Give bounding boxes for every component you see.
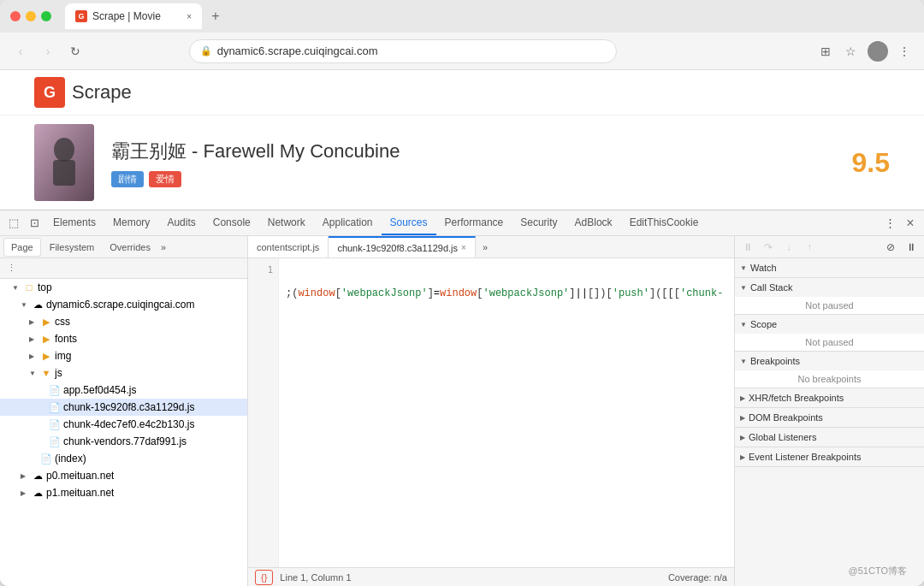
user-avatar[interactable] [868, 41, 888, 62]
tab-memory[interactable]: Memory [104, 210, 158, 235]
tree-label-js: js [55, 367, 62, 379]
xhr-arrow-icon: ▶ [740, 394, 745, 402]
tab-application[interactable]: Application [314, 210, 382, 235]
breakpoints-arrow-icon: ▼ [740, 358, 747, 365]
address-input[interactable]: 🔒 dynamic6.scrape.cuiqingcai.com [189, 39, 617, 63]
close-window-button[interactable] [10, 11, 21, 21]
tab-security[interactable]: Security [512, 210, 566, 235]
watch-label: Watch [750, 263, 777, 273]
event-listener-breakpoints-section: ▶ Event Listener Breakpoints [735, 447, 924, 467]
deactivate-breakpoints-button[interactable]: ⊘ [881, 238, 900, 257]
file-icon-index: 📄 [40, 453, 52, 465]
tree-item-p1[interactable]: ▶ ☁ p1.meituan.net [0, 484, 247, 501]
back-button[interactable]: ‹ [10, 41, 31, 62]
tab-editthiscookie[interactable]: EditThisCookie [621, 210, 708, 235]
scope-section: ▼ Scope Not paused [735, 315, 924, 352]
xhr-breakpoints-label: XHR/fetch Breakpoints [749, 393, 844, 403]
step-out-button[interactable]: ↑ [800, 238, 819, 257]
event-listener-header[interactable]: ▶ Event Listener Breakpoints [735, 447, 924, 466]
tree-action-menu[interactable]: ⋮ [3, 261, 19, 276]
devtools-more-icon[interactable]: ⋮ [880, 213, 900, 234]
debugger-sections: ▼ Watch ▼ Call Stack Not paused [735, 258, 924, 586]
code-line-1: ;(window['webpackJsonp']=window['webpack… [286, 286, 727, 301]
translate-icon[interactable]: ⊞ [816, 42, 835, 61]
sources-overrides-tab[interactable]: Overrides [103, 238, 157, 257]
step-over-button[interactable]: ↷ [759, 238, 778, 257]
call-stack-label: Call Stack [750, 282, 793, 293]
editor-tab-chunk-close[interactable]: × [461, 243, 466, 252]
status-bar: {} Line 1, Column 1 Coverage: n/a [248, 567, 734, 586]
sources-filesystem-tab[interactable]: Filesystem [43, 238, 102, 257]
tab-sources[interactable]: Sources [382, 210, 436, 235]
tree-item-chunk-4dec[interactable]: 📄 chunk-4dec7ef0.e4c2b130.js [0, 416, 247, 433]
tree-item-domain[interactable]: ▼ ☁ dynamic6.scrape.cuiqingcai.com [0, 296, 247, 313]
pause-exceptions-button[interactable]: ⏸ [902, 238, 921, 257]
browser-tab[interactable]: Scrape | Movie × [65, 3, 202, 29]
editor-tabs-more[interactable]: » [476, 242, 495, 252]
editor-tab-contentscript-label: contentscript.js [257, 242, 319, 252]
watermark-text: @51CTO博客 [849, 565, 907, 576]
pause-button[interactable]: ⏸ [738, 238, 757, 257]
cursor-position: Line 1, Column 1 [273, 572, 358, 583]
global-listeners-header[interactable]: ▶ Global Listeners [735, 428, 924, 447]
tab-console[interactable]: Console [204, 210, 259, 235]
forward-button[interactable]: › [38, 41, 58, 62]
line-num-1: 1 [248, 262, 278, 277]
breakpoints-section-header[interactable]: ▼ Breakpoints [735, 352, 924, 370]
dom-breakpoints-label: DOM Breakpoints [749, 412, 823, 423]
tab-performance[interactable]: Performance [436, 210, 512, 235]
dom-breakpoints-header[interactable]: ▶ DOM Breakpoints [735, 408, 924, 427]
watch-section-header[interactable]: ▼ Watch [735, 258, 924, 277]
svg-rect-3 [53, 160, 75, 186]
tab-audits[interactable]: Audits [158, 210, 204, 235]
call-stack-section-header[interactable]: ▼ Call Stack [735, 278, 924, 297]
maximize-window-button[interactable] [41, 11, 51, 21]
tab-close-button[interactable]: × [187, 12, 192, 21]
sources-tabs-more[interactable]: » [161, 242, 166, 252]
tree-item-top[interactable]: ▼ □ top [0, 279, 247, 296]
traffic-lights [10, 11, 51, 21]
scope-arrow-icon: ▼ [740, 321, 747, 329]
tree-label-chunk-vendors: chunk-vendors.77daf991.js [63, 435, 187, 447]
tree-item-css[interactable]: ▶ ▶ css [0, 313, 247, 330]
tree-item-chunk-main[interactable]: 📄 chunk-19c920f8.c3a1129d.js [0, 399, 247, 416]
devtools: ⬚ ⊡ Elements Memory Audits Console Netwo… [0, 210, 924, 586]
sources-page-tab[interactable]: Page [3, 238, 41, 257]
tab-elements[interactable]: Elements [44, 210, 104, 235]
xhr-breakpoints-header[interactable]: ▶ XHR/fetch Breakpoints [735, 388, 924, 407]
editor-tab-contentscript[interactable]: contentscript.js [248, 236, 329, 257]
bookmark-icon[interactable]: ☆ [842, 42, 861, 61]
scope-section-header[interactable]: ▼ Scope [735, 315, 924, 334]
tab-adblock[interactable]: AdBlock [566, 210, 621, 235]
tree-item-fonts[interactable]: ▶ ▶ fonts [0, 330, 247, 347]
step-into-button[interactable]: ↓ [779, 238, 798, 257]
tree-item-img[interactable]: ▶ ▶ img [0, 347, 247, 364]
tree-item-p0[interactable]: ▶ ☁ p0.meituan.net [0, 467, 247, 484]
movie-info: 霸王别姬 - Farewell My Concubine 剧情 爱情 [111, 139, 835, 187]
tab-network[interactable]: Network [259, 210, 314, 235]
devtools-close-button[interactable]: × [900, 213, 921, 234]
menu-icon[interactable]: ⋮ [895, 42, 914, 61]
format-button[interactable]: {} [255, 570, 273, 585]
dom-breakpoints-section: ▶ DOM Breakpoints [735, 408, 924, 428]
devtools-device-icon[interactable]: ⊡ [24, 213, 44, 234]
editor-tab-chunk[interactable]: chunk-19c920f8.c3a1129d.js × [329, 236, 476, 257]
movie-rating: 9.5 [852, 147, 890, 179]
tree-label-top: top [38, 281, 52, 293]
editor-body: 1 ;(window['webpackJsonp']=window['webpa… [248, 258, 734, 567]
tree-item-chunk-vendors[interactable]: 📄 chunk-vendors.77daf991.js [0, 433, 247, 450]
minimize-window-button[interactable] [26, 11, 36, 21]
svg-point-2 [54, 138, 74, 162]
breakpoints-section: ▼ Breakpoints No breakpoints [735, 352, 924, 388]
code-content[interactable]: ;(window['webpackJsonp']=window['webpack… [279, 258, 734, 567]
tree-item-index[interactable]: 📄 (index) [0, 450, 247, 467]
devtools-inspect-icon[interactable]: ⬚ [3, 213, 24, 234]
tree-item-app-js[interactable]: 📄 app.5ef0d454.js [0, 382, 247, 399]
page-content: G Scrape [0, 70, 924, 586]
tree-item-js[interactable]: ▼ ▼ js [0, 364, 247, 382]
refresh-button[interactable]: ↻ [65, 41, 86, 62]
new-tab-button[interactable]: + [205, 6, 226, 27]
call-stack-status: Not paused [805, 300, 853, 311]
tree-label-fonts: fonts [55, 333, 77, 345]
file-icon-chunk-main: 📄 [49, 401, 61, 413]
